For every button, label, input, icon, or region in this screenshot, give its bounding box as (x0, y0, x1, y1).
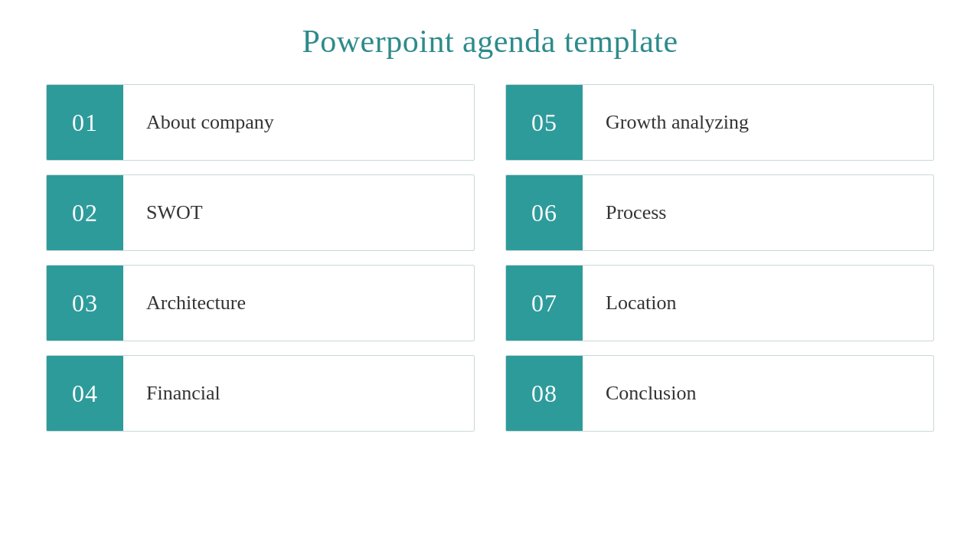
card-number: 02 (47, 175, 123, 250)
card-label: SWOT (123, 201, 474, 224)
card-label: About company (123, 111, 474, 134)
card-number: 04 (47, 356, 123, 431)
page-title: Powerpoint agenda template (302, 23, 678, 60)
agenda-card: 04Financial (46, 355, 475, 432)
agenda-card: 07Location (505, 265, 934, 341)
page: Powerpoint agenda template 01About compa… (0, 0, 980, 551)
agenda-card: 08Conclusion (505, 355, 934, 432)
agenda-card: 02SWOT (46, 174, 475, 251)
agenda-grid: 01About company05Growth analyzing02SWOT0… (46, 84, 934, 432)
card-number: 07 (506, 266, 583, 341)
agenda-card: 06Process (505, 174, 934, 251)
card-number: 03 (47, 266, 123, 341)
card-label: Financial (123, 382, 474, 405)
card-label: Architecture (123, 292, 474, 315)
card-label: Growth analyzing (583, 111, 933, 134)
agenda-card: 05Growth analyzing (505, 84, 934, 161)
card-number: 06 (506, 175, 583, 250)
card-number: 05 (506, 85, 583, 160)
card-number: 08 (506, 356, 583, 431)
card-number: 01 (47, 85, 123, 160)
card-label: Process (583, 201, 933, 224)
agenda-card: 03Architecture (46, 265, 475, 341)
card-label: Conclusion (583, 382, 933, 405)
card-label: Location (583, 292, 933, 315)
agenda-card: 01About company (46, 84, 475, 161)
